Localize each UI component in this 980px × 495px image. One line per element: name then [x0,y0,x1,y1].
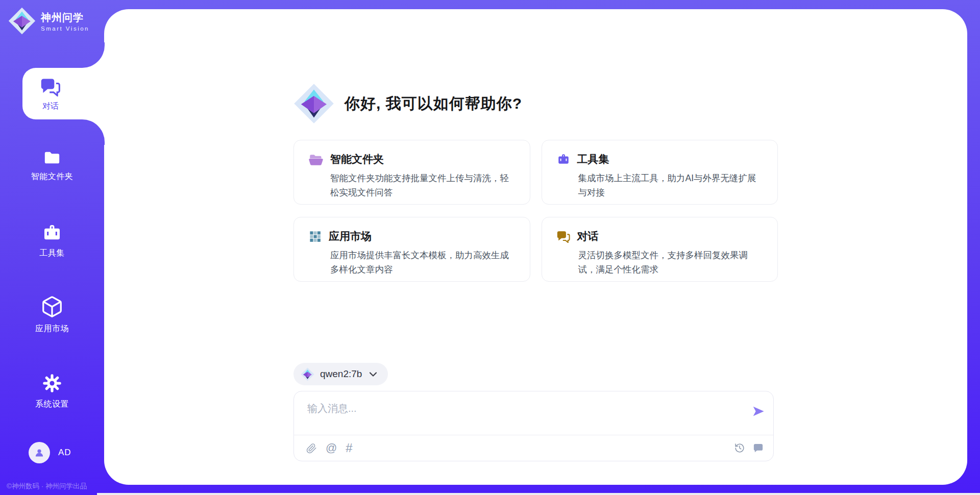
sidebar-item-label: 系统设置 [35,399,69,410]
send-icon [751,405,766,418]
card-app-market[interactable]: 应用市场 应用市场提供丰富长文本模板，助力高效生成多样化文章内容 [293,217,530,282]
chat-bubble-icon [752,442,765,454]
card-description: 应用市场提供丰富长文本模板，助力高效生成多样化文章内容 [330,248,517,277]
bottom-edge-strip [97,493,980,495]
briefcase-icon [556,153,571,166]
gear-icon [41,373,63,394]
sidebar-item-label: 智能文件夹 [31,171,74,182]
card-chat[interactable]: 对话 灵活切换多模型文件，支持多样回复效果调试，满足个性化需求 [542,217,778,282]
sidebar-item-label: 对话 [42,101,59,112]
card-toolset[interactable]: 工具集 集成市场上主流工具，助力AI与外界无缝扩展与对接 [542,140,778,205]
greeting-title: 你好, 我可以如何帮助你? [345,93,522,114]
sidebar-item-label: 应用市场 [35,324,69,334]
paperclip-icon [306,443,317,454]
card-smart-folder[interactable]: 智能文件夹 智能文件夹功能支持批量文件上传与清洗，轻松实现文件问答 [293,140,530,205]
card-title: 对话 [577,229,599,243]
card-description: 智能文件夹功能支持批量文件上传与清洗，轻松实现文件问答 [330,171,517,200]
sidebar-item-settings[interactable]: 系统设置 [0,373,104,410]
card-description: 集成市场上主流工具，助力AI与外界无缝扩展与对接 [578,171,765,200]
attach-file-button[interactable] [306,443,317,454]
sidebar: 神州问学 Smart Vision 对话 智能文件夹 工具集 应用市场 系统设置 [0,0,104,495]
model-logo-icon [301,367,314,381]
history-icon [734,442,745,454]
feature-cards: 智能文件夹 智能文件夹功能支持批量文件上传与清洗，轻松实现文件问答 工具集 集成… [293,140,778,282]
cube-icon [40,295,64,318]
model-name: qwen2:7b [320,368,362,380]
chat-bubbles-icon [556,230,571,243]
card-description: 灵活切换多模型文件，支持多样回复效果调试，满足个性化需求 [578,248,765,277]
sidebar-item-label: 工具集 [39,248,65,259]
brand-logo-icon [8,7,36,35]
new-chat-button[interactable] [752,442,765,454]
folder-open-icon [308,153,324,166]
message-composer: @ # [293,391,774,461]
mention-button[interactable]: @ [326,442,337,454]
user-account[interactable]: AD [29,442,71,463]
send-button[interactable] [751,405,766,418]
model-selector[interactable]: qwen2:7b [293,363,388,385]
assistant-logo-icon [293,83,334,124]
folder-icon [42,149,62,166]
chat-bubbles-icon [40,76,61,96]
history-button[interactable] [734,442,745,454]
copyright-text: ©神州数码 · 神州问学出品 [7,482,87,491]
briefcase-icon [41,222,63,243]
card-title: 应用市场 [329,229,372,243]
sidebar-item-chat[interactable]: 对话 [22,68,107,119]
sidebar-item-app-market[interactable]: 应用市场 [0,295,104,334]
brand-title: 神州问学 [41,11,89,24]
avatar [29,442,50,463]
composer-toolbar: @ # [294,435,773,461]
app-window: 神州问学 Smart Vision 对话 智能文件夹 工具集 应用市场 系统设置 [0,0,980,495]
brand: 神州问学 Smart Vision [8,7,89,35]
brand-subtitle: Smart Vision [41,26,89,32]
person-icon [33,447,45,459]
sidebar-item-toolset[interactable]: 工具集 [0,222,104,259]
grid-icon [308,230,322,243]
user-label: AD [58,448,71,458]
message-input[interactable] [307,402,716,431]
sidebar-item-smart-folder[interactable]: 智能文件夹 [0,149,104,182]
greeting-row: 你好, 我可以如何帮助你? [293,83,778,124]
card-title: 工具集 [577,152,609,166]
card-title: 智能文件夹 [330,152,384,166]
hashtag-button[interactable]: # [346,442,352,454]
chevron-down-icon [368,368,379,380]
